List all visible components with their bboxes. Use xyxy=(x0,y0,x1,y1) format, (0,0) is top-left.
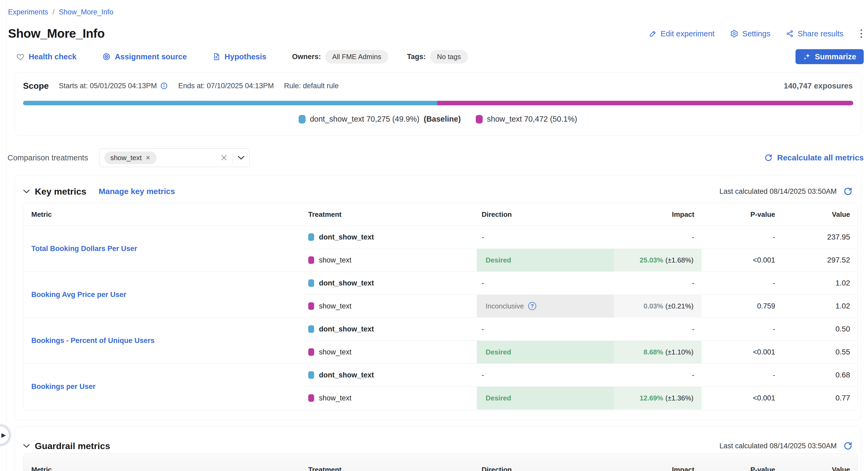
edit-experiment-button[interactable]: Edit experiment xyxy=(649,29,715,38)
table-row: show_textInconclusive?0.03%(±0.21%)0.759… xyxy=(23,295,858,317)
tab-hypothesis[interactable]: Hypothesis xyxy=(213,53,266,61)
value-cell: 1.02 xyxy=(836,302,850,310)
chip-remove-icon[interactable] xyxy=(145,155,151,160)
impact-value: 25.03% xyxy=(640,256,663,264)
collapse-chevron-icon[interactable] xyxy=(23,444,30,448)
impact-cell: 0.03%(±0.21%) xyxy=(614,295,702,317)
p-value-cell: 0.759 xyxy=(757,302,775,310)
select-divider xyxy=(232,153,233,163)
share-results-button[interactable]: Share results xyxy=(786,29,843,38)
guardrail-metrics-card: Guardrail metrics Last calculated 08/14/… xyxy=(15,426,861,471)
direction-cell: - xyxy=(482,279,484,288)
direction-label: Desired xyxy=(486,256,511,264)
tab-label: Assignment source xyxy=(115,53,187,61)
info-icon[interactable] xyxy=(160,82,168,90)
value-cell: 0.55 xyxy=(836,348,850,356)
document-icon xyxy=(213,53,220,61)
summarize-label: Summarize xyxy=(815,53,856,61)
treatment-swatch xyxy=(308,233,314,241)
impact-cell: 25.03%(±1.68%) xyxy=(614,248,702,272)
guardrail-metrics-title: Guardrail metrics xyxy=(35,441,110,451)
metric-group: Booking Avg Price per Userdont_show_text… xyxy=(23,272,858,317)
column-header-pvalue: P-value xyxy=(750,210,775,218)
treatment-label: show_text xyxy=(319,302,351,310)
treatment-chip[interactable]: show_text xyxy=(104,152,157,164)
table-row: dont_show_text---1.02 xyxy=(23,272,858,295)
treatment-label: dont_show_text xyxy=(319,279,374,288)
chevron-down-icon[interactable] xyxy=(238,156,245,160)
breadcrumb: Experiments / Show_More_Info xyxy=(8,8,114,16)
owners-label: Owners: xyxy=(292,53,321,61)
settings-label: Settings xyxy=(742,29,770,38)
treatment-label: dont_show_text xyxy=(319,325,374,333)
table-row: show_textDesired12.69%(±1.36%)<0.0010.77 xyxy=(23,386,858,409)
scope-title: Scope xyxy=(23,81,49,91)
tab-health-check[interactable]: Health check xyxy=(16,53,76,61)
sparkles-icon xyxy=(803,53,811,61)
help-icon[interactable]: ? xyxy=(528,302,536,310)
owners-pill[interactable]: All FME Admins xyxy=(325,50,388,64)
recalculate-label: Recalculate all metrics xyxy=(777,153,864,162)
scope-rule: Rule: default rule xyxy=(284,82,339,90)
table-row: show_textDesired25.03%(±1.68%)<0.001297.… xyxy=(23,248,858,272)
p-value-cell: <0.001 xyxy=(753,394,775,402)
p-value-cell: - xyxy=(773,371,775,379)
scope-ends-at: Ends at: 07/10/2025 04:13PM xyxy=(178,82,274,90)
p-value-cell: <0.001 xyxy=(753,348,775,356)
refresh-icon xyxy=(764,154,773,162)
legend-item: show_text 70,472 (50.1%) xyxy=(476,115,577,124)
value-cell: 0.50 xyxy=(836,325,850,333)
comparison-treatments-select[interactable]: show_text xyxy=(99,148,250,167)
direction-label: Desired xyxy=(486,394,511,402)
settings-button[interactable]: Settings xyxy=(730,29,770,38)
breadcrumb-current[interactable]: Show_More_Info xyxy=(59,8,114,16)
key-metrics-header: Key metrics Manage key metrics Last calc… xyxy=(23,186,853,197)
last-calculated-text: Last calculated 08/14/2025 03:50AM xyxy=(719,442,837,450)
tab-assignment-source[interactable]: Assignment source xyxy=(102,53,187,61)
table-row: dont_show_text---0.68 xyxy=(23,364,858,386)
gear-icon xyxy=(730,29,739,38)
header-actions: Edit experiment Settings Share results xyxy=(649,27,864,40)
refresh-icon[interactable] xyxy=(843,187,853,196)
comparison-row: Comparison treatments show_text Recalcul… xyxy=(7,148,864,168)
tab-label: Health check xyxy=(29,53,76,61)
last-calculated-text: Last calculated 08/14/2025 03:50AM xyxy=(719,188,837,196)
select-clear-icon[interactable] xyxy=(220,154,228,162)
breadcrumb-experiments[interactable]: Experiments xyxy=(8,8,48,16)
column-header-direction: Direction xyxy=(482,210,512,218)
sidebar-expand-button[interactable]: ▶ xyxy=(0,426,10,445)
scope-details: Scope Starts at: 05/01/2025 04:13PM Ends… xyxy=(23,79,853,92)
refresh-icon[interactable] xyxy=(843,441,853,451)
row-divider xyxy=(302,386,858,387)
column-header-direction: Direction xyxy=(482,466,512,471)
more-options-button[interactable] xyxy=(859,28,864,40)
legend-swatch xyxy=(476,115,483,124)
column-header-treatment: Treatment xyxy=(308,210,341,218)
value-cell: 0.77 xyxy=(836,394,850,402)
allocation-bar xyxy=(23,101,853,105)
recalculate-all-metrics-button[interactable]: Recalculate all metrics xyxy=(764,153,864,162)
key-metrics-title: Key metrics xyxy=(35,186,86,197)
impact-ci: (±1.10%) xyxy=(665,348,693,356)
summarize-button[interactable]: Summarize xyxy=(796,49,864,64)
table-row: dont_show_text---0.50 xyxy=(23,317,858,341)
manage-key-metrics-link[interactable]: Manage key metrics xyxy=(99,187,175,196)
impact-cell: - xyxy=(692,371,694,379)
metric-group: Total Booking Dollars Per Userdont_show_… xyxy=(23,226,858,272)
treatment-swatch xyxy=(308,325,314,333)
page-title: Show_More_Info xyxy=(8,26,104,41)
direction-label: Desired xyxy=(486,348,511,356)
direction-cell: Desired xyxy=(477,386,614,409)
treatment-label: show_text xyxy=(319,394,351,402)
treatment-swatch xyxy=(308,302,314,310)
experiment-toolbar: Health checkAssignment sourceHypothesis … xyxy=(16,49,864,64)
impact-cell: 8.68%(±1.10%) xyxy=(614,341,702,364)
collapse-chevron-icon[interactable] xyxy=(23,189,30,194)
table-row: show_textDesired8.68%(±1.10%)<0.0010.55 xyxy=(23,341,858,364)
baseline-bar-segment xyxy=(23,101,437,105)
impact-ci: (±0.21%) xyxy=(665,302,693,310)
tab-label: Hypothesis xyxy=(224,53,266,61)
guardrail-metrics-table: MetricTreatmentDirectionImpactP-valueVal… xyxy=(23,453,858,471)
treatment-label: show_text xyxy=(319,256,351,264)
p-value-cell: <0.001 xyxy=(753,256,775,264)
